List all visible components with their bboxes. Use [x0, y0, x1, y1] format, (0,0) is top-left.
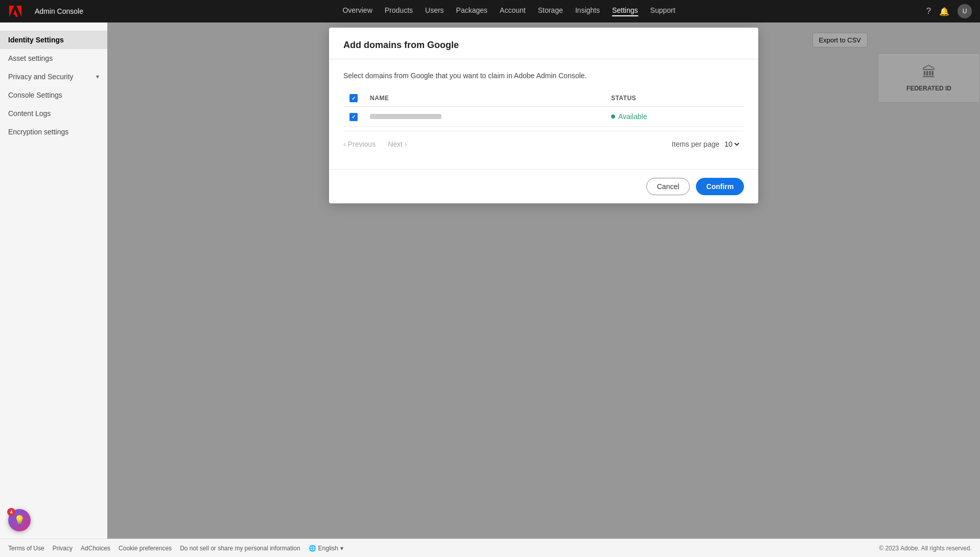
col-name-header: NAME	[364, 90, 605, 107]
modal-title: Add domains from Google	[343, 40, 744, 51]
previous-button: ‹ Previous	[343, 140, 376, 148]
language-selector[interactable]: 🌐 English ▾	[309, 545, 343, 552]
table-row: Available	[343, 107, 744, 127]
nav-settings[interactable]: Settings	[612, 6, 638, 16]
modal-footer: Cancel Confirm	[329, 169, 758, 203]
chevron-right-icon: ›	[405, 140, 407, 148]
help-icon[interactable]: ?	[926, 7, 931, 16]
cancel-button[interactable]: Cancel	[646, 178, 690, 195]
row-checkbox-cell	[343, 107, 364, 127]
modal-description: Select domains from Google that you want…	[343, 72, 744, 80]
nav-products[interactable]: Products	[385, 6, 413, 16]
copyright: © 2023 Adobe. All rights reserved.	[879, 545, 972, 552]
chevron-down-icon: ▾	[96, 73, 99, 80]
footer-donotsell[interactable]: Do not sell or share my personal informa…	[180, 545, 300, 552]
items-per-page: Items per page 10 25 50	[672, 140, 744, 149]
nav-users[interactable]: Users	[425, 6, 444, 16]
status-available: Available	[611, 112, 738, 121]
items-per-page-select[interactable]: 10 25 50	[722, 140, 741, 149]
avatar[interactable]: U	[958, 4, 972, 18]
top-navigation: Admin Console Overview Products Users Pa…	[0, 0, 980, 22]
notifications-icon[interactable]: 🔔	[939, 7, 949, 16]
footer-terms[interactable]: Terms of Use	[8, 545, 44, 552]
footer-cookie[interactable]: Cookie preferences	[119, 545, 172, 552]
chevron-left-icon: ‹	[343, 140, 346, 148]
footer-privacy[interactable]: Privacy	[53, 545, 73, 552]
pagination-bar: ‹ Previous Next › Items per page 10 25	[343, 131, 744, 157]
nav-links: Overview Products Users Packages Account…	[104, 6, 914, 16]
modal-add-domains: Add domains from Google Select domains f…	[329, 28, 758, 203]
adobe-logo[interactable]	[8, 4, 22, 18]
nav-support[interactable]: Support	[650, 6, 675, 16]
status-dot	[611, 114, 615, 119]
footer-adchoices[interactable]: AdChoices	[81, 545, 110, 552]
nav-packages[interactable]: Packages	[456, 6, 487, 16]
domain-table: NAME STATUS	[343, 90, 744, 127]
next-button: Next ›	[388, 140, 407, 148]
sidebar: Identity Settings Asset settings Privacy…	[0, 22, 107, 539]
sidebar-item-content-logs[interactable]: Content Logs	[0, 104, 107, 123]
app-title: Admin Console	[35, 7, 83, 15]
main-layout: Identity Settings Asset settings Privacy…	[0, 22, 980, 539]
ai-notification-badge: 4	[7, 508, 15, 516]
row-status: Available	[605, 107, 744, 127]
select-all-checkbox[interactable]	[349, 94, 358, 102]
sidebar-item-console-settings[interactable]: Console Settings	[0, 86, 107, 104]
main-content: Export to CSV 🏛 FEDERATED ID Add domains…	[107, 22, 980, 539]
ai-assistant-button[interactable]: 4 💡	[8, 509, 31, 531]
sidebar-item-encryption-settings[interactable]: Encryption settings	[0, 123, 107, 141]
page-footer: Terms of Use Privacy AdChoices Cookie pr…	[0, 539, 980, 557]
sidebar-item-asset-settings[interactable]: Asset settings	[0, 49, 107, 67]
confirm-button[interactable]: Confirm	[696, 178, 744, 195]
nav-storage[interactable]: Storage	[538, 6, 563, 16]
row-checkbox[interactable]	[349, 113, 358, 121]
modal-body: Select domains from Google that you want…	[329, 59, 758, 169]
globe-icon: 🌐	[309, 545, 316, 552]
domain-name-blurred	[370, 114, 441, 119]
sidebar-item-identity-settings[interactable]: Identity Settings	[0, 31, 107, 49]
col-checkbox	[343, 90, 364, 107]
row-domain-name	[364, 107, 605, 127]
chevron-down-icon: ▾	[340, 545, 343, 552]
nav-account[interactable]: Account	[500, 6, 526, 16]
nav-insights[interactable]: Insights	[575, 6, 600, 16]
col-status-header: STATUS	[605, 90, 744, 107]
modal-header: Add domains from Google	[329, 28, 758, 59]
nav-right: ? 🔔 U	[926, 4, 972, 18]
nav-overview[interactable]: Overview	[342, 6, 372, 16]
sidebar-item-privacy-security[interactable]: Privacy and Security ▾	[0, 67, 107, 86]
modal-overlay: Add domains from Google Select domains f…	[107, 22, 980, 539]
